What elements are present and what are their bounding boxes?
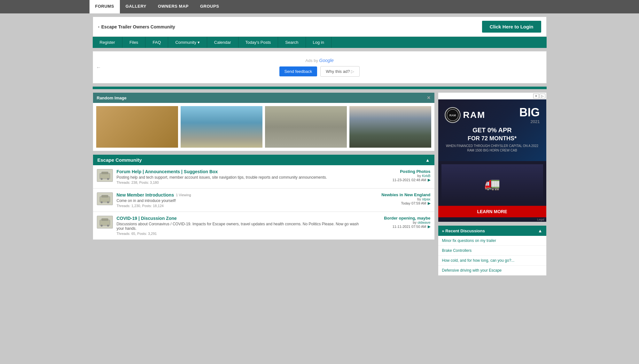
site-title: Escape Trailer Owners Community <box>101 24 175 29</box>
ad-close-button[interactable]: ✕ <box>533 94 539 98</box>
community-title: Escape Community <box>97 157 142 163</box>
secnav-community[interactable]: Community <box>168 37 207 48</box>
last-post-date-covid: 11-11-2021 07:50 AM ▶ <box>367 224 431 229</box>
forum-row-covid: COVID-19 | Discussion Zone Discussions a… <box>93 212 434 240</box>
ram-big-label: BIG <box>519 106 540 119</box>
learn-more-button[interactable]: LEARN MORE <box>438 206 546 217</box>
svg-rect-5 <box>102 195 108 197</box>
arrow-right-help: ▶ <box>428 178 431 182</box>
community-collapse-icon[interactable]: ▲ <box>425 158 430 163</box>
forum-row-help: Forum Help | Announcements | Suggestion … <box>93 165 434 189</box>
top-nav-gallery[interactable]: GALLERY <box>120 0 152 13</box>
forum-title-covid[interactable]: COVID-19 | Discussion Zone <box>117 216 363 221</box>
forum-title-help[interactable]: Forum Help | Announcements | Suggestion … <box>117 169 363 174</box>
svg-point-11 <box>107 225 109 227</box>
recent-item-3[interactable]: How cold, and for how long, can you go?.… <box>438 256 546 266</box>
site-title-icon: ▪ <box>98 25 99 29</box>
secnav-register[interactable]: Register <box>93 37 122 48</box>
svg-point-10 <box>101 225 103 227</box>
last-post-author-help[interactable]: KirkB <box>422 174 430 178</box>
forum-stats-help: Threads: 238, Posts: 3,180 <box>117 181 363 184</box>
why-ad-label: Why this ad? <box>326 69 350 74</box>
ram-offer-line1: GET 0% APR <box>445 127 540 134</box>
random-image-section: Random Image ✕ <box>93 92 435 151</box>
forum-title-intro[interactable]: New Member Introductions <box>117 192 174 197</box>
escape-community-section: Escape Community ▲ Forum Help | <box>93 154 435 240</box>
forum-stats-covid: Threads: 65, Posts: 3,291 <box>117 232 363 236</box>
forum-desc-covid: Discussions about Coronavirus / COVID-19… <box>117 222 363 231</box>
secnav-faq[interactable]: FAQ <box>145 37 168 48</box>
secnav-login[interactable]: Log in <box>306 37 331 48</box>
random-image-4[interactable] <box>349 106 431 148</box>
login-button[interactable]: Click Here to Login <box>482 21 541 33</box>
last-post-author-intro[interactable]: stpax <box>422 197 430 201</box>
ram-fine-print: WHEN FINANCED THROUGH CHRYSLER CAPITAL O… <box>445 144 540 153</box>
ram-brand-label: RAM <box>463 110 486 120</box>
forum-row-intro: New Member Introductions 1 Viewing Come … <box>93 189 434 212</box>
ram-offer-line2: FOR 72 MONTHS* <box>445 135 540 142</box>
svg-rect-1 <box>102 172 108 174</box>
recent-discussions-title: » Recent Discussions <box>442 228 485 233</box>
forum-icon-help <box>97 169 113 182</box>
svg-text:RAM: RAM <box>449 114 456 117</box>
arrow-right-covid: ▶ <box>428 224 431 229</box>
forum-viewing-badge: 1 Viewing <box>176 193 191 197</box>
ad-legal-label: Legal <box>438 217 546 222</box>
forum-stats-intro: Threads: 1,230, Posts: 18,124 <box>117 204 363 208</box>
recent-item-1[interactable]: Minor fix questions on my trailer <box>438 236 546 246</box>
secnav-search[interactable]: Search <box>278 37 306 48</box>
last-post-title-intro[interactable]: Newbies in New England <box>367 192 431 197</box>
last-post-title-help[interactable]: Posting Photos <box>367 169 431 174</box>
forum-last-intro: Newbies in New England by stpax Today 07… <box>367 192 431 205</box>
svg-point-7 <box>107 201 109 203</box>
recent-discussions-section: » Recent Discussions ▲ Minor fix questio… <box>438 225 547 276</box>
last-post-title-covid[interactable]: Border opening, maybe <box>367 216 431 221</box>
forum-icon-intro <box>97 192 113 205</box>
why-ad-icon: ▷ <box>351 69 354 74</box>
arrow-right-intro: ▶ <box>428 201 431 205</box>
sidebar-ram-ad: ✕ ▷ RAM RAM <box>438 92 547 222</box>
last-post-date-help: 11-23-2021 02:48 AM ▶ <box>367 178 431 182</box>
random-image-info-icon[interactable]: ✕ <box>427 95 431 100</box>
top-nav-forums[interactable]: FORUMS <box>90 0 120 13</box>
teal-divider <box>93 87 547 89</box>
last-post-author-covid[interactable]: oldwave <box>417 221 430 224</box>
random-image-3[interactable] <box>265 106 347 148</box>
recent-discussions-collapse-icon[interactable]: ▲ <box>538 228 542 233</box>
svg-point-6 <box>101 201 103 203</box>
last-post-date-intro: Today 07:59 AM ▶ <box>367 201 431 205</box>
ram-truck-image: 🚛 <box>438 161 546 206</box>
ads-by-google-label: Ads by Google <box>99 58 540 63</box>
secnav-todays-posts[interactable]: Today's Posts <box>238 37 278 48</box>
top-nav-owners-map[interactable]: OWNERS MAP <box>152 0 194 13</box>
ram-emblem: RAM <box>445 107 461 123</box>
last-post-by-help: by KirkB <box>367 174 431 178</box>
random-image-title: Random Image <box>97 96 127 100</box>
last-post-by-covid: by oldwave <box>367 221 431 224</box>
back-arrow-icon[interactable]: ← <box>96 65 101 70</box>
send-feedback-button[interactable]: Send feedback <box>279 66 317 76</box>
forum-last-help: Posting Photos by KirkB 11-23-2021 02:48… <box>367 169 431 182</box>
forum-icon-covid <box>97 216 113 228</box>
last-post-by-intro: by stpax <box>367 197 431 201</box>
svg-point-3 <box>107 178 109 180</box>
svg-rect-9 <box>102 219 108 221</box>
random-image-2[interactable] <box>181 106 262 148</box>
secnav-calendar[interactable]: Calendar <box>207 37 238 48</box>
top-nav-groups[interactable]: GROUPS <box>194 0 225 13</box>
forum-last-covid: Border opening, maybe by oldwave 11-11-2… <box>367 216 431 229</box>
forum-desc-intro: Come on in and introduce yourself! <box>117 198 363 203</box>
why-this-ad-button[interactable]: Why this ad? ▷ <box>320 66 360 77</box>
svg-point-2 <box>101 178 103 180</box>
secnav-files[interactable]: Files <box>122 37 145 48</box>
forum-desc-help: Posting help and tech support, member ac… <box>117 175 363 180</box>
ad-info-button[interactable]: ▷ <box>540 94 545 98</box>
recent-item-4[interactable]: Defensive driving with your Escape <box>438 266 546 275</box>
ram-year-label: 2021 <box>519 119 540 124</box>
recent-item-2[interactable]: Brake Controllers <box>438 246 546 256</box>
random-image-1[interactable] <box>96 106 178 148</box>
